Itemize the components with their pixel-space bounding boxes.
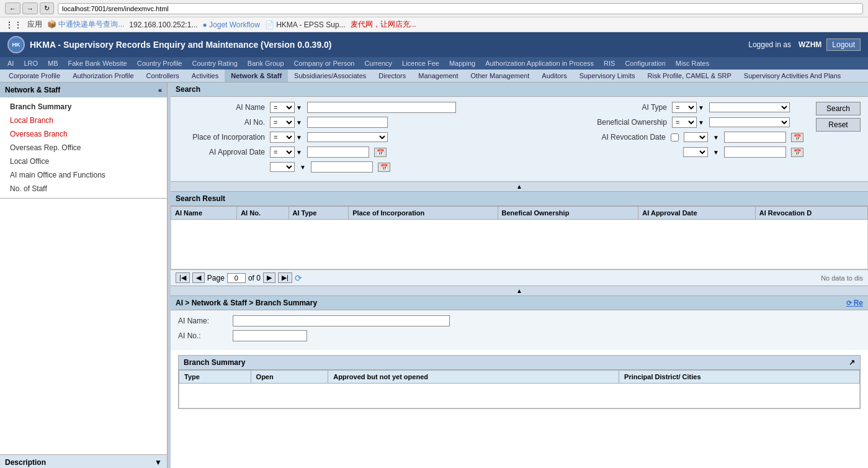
sidebar-collapse-btn[interactable]: « <box>158 86 162 94</box>
top-nav-misc-rates[interactable]: Misc Rates <box>671 57 714 70</box>
bookmark-5[interactable]: 麦代网，让网店充... <box>351 19 416 30</box>
sub-nav-other-management[interactable]: Other Management <box>465 70 536 82</box>
approval-date2-input[interactable] <box>311 161 373 173</box>
col-ai-name: AI Name <box>171 207 237 220</box>
top-nav-bank-group[interactable]: Bank Group <box>243 57 289 70</box>
sidebar-item-overseas-branch[interactable]: Overseas Branch <box>0 127 167 141</box>
bookmark-1[interactable]: 📦 中通快递单号查询... <box>47 19 124 30</box>
branch-summary-expand-icon[interactable]: ↗ <box>849 358 855 367</box>
ai-no-op-select[interactable]: =<> <box>270 117 295 128</box>
ai-no-op-dropdown[interactable]: ▼ <box>296 119 302 126</box>
revocation-op-select[interactable] <box>684 132 708 142</box>
logout-button[interactable]: Logout <box>826 38 861 51</box>
sub-nav-risk-profile[interactable]: Risk Profile, CAMEL & SRP <box>642 70 738 82</box>
revocation-date-cal-btn[interactable]: 📅 <box>791 133 803 142</box>
sub-nav-directors[interactable]: Directors <box>372 70 412 82</box>
sidebar-description-header: Description ▼ <box>0 454 167 468</box>
app-logo: HK <box>7 36 25 53</box>
top-nav-licence-fee[interactable]: Licence Fee <box>397 57 444 70</box>
top-nav-config[interactable]: Configuration <box>620 57 670 70</box>
top-nav-ai[interactable]: AI <box>2 57 19 70</box>
detail-ai-no-input[interactable] <box>233 330 307 341</box>
sidebar-item-local-branch[interactable]: Local Branch <box>0 114 167 127</box>
place-op-select[interactable]: =<> <box>270 132 295 143</box>
ai-name-op-dropdown[interactable]: ▼ <box>296 104 302 111</box>
url-bar[interactable] <box>58 3 863 14</box>
top-nav-fake-bank[interactable]: Fake Bank Website <box>63 57 132 70</box>
place-of-incorporation-label: Place of Incorporation <box>178 133 265 142</box>
back-btn[interactable]: ← <box>5 2 20 14</box>
sub-nav-management[interactable]: Management <box>412 70 464 82</box>
revocation-op2-select[interactable] <box>683 147 708 157</box>
sub-nav-subsidiaries[interactable]: Subsidiaries/Associates <box>288 70 372 82</box>
detail-ai-name-input[interactable] <box>233 315 450 326</box>
top-nav-company-person[interactable]: Company or Person <box>289 57 360 70</box>
top-nav-auth-app[interactable]: Authorization Application in Process <box>480 57 599 70</box>
top-nav-country-rating[interactable]: Country Rating <box>187 57 242 70</box>
place-value-select[interactable] <box>307 132 388 142</box>
page-first-btn[interactable]: |◀ <box>176 272 190 283</box>
ai-type-op-select[interactable]: =<> <box>672 102 697 113</box>
sidebar-item-branch-summary[interactable]: Branch Summary <box>0 100 167 114</box>
result-collapse-arrow[interactable]: ▲ <box>171 286 868 296</box>
result-refresh-icon[interactable]: ⟳ <box>295 273 302 283</box>
reset-button[interactable]: Reset <box>816 118 861 132</box>
search-collapse-arrow[interactable]: ▲ <box>171 182 868 192</box>
revocation-date-input[interactable] <box>724 132 786 143</box>
sub-nav-activities[interactable]: Activities <box>186 70 225 82</box>
approval-op2-select[interactable] <box>270 162 295 172</box>
sub-nav-supervisory-activities[interactable]: Supervisory Activities And Plans <box>738 70 848 82</box>
ai-no-input[interactable] <box>307 117 388 128</box>
approval-op-dropdown[interactable]: ▼ <box>296 149 302 156</box>
bookmark-3[interactable]: ● Joget Workflow <box>202 20 259 29</box>
forward-btn[interactable]: → <box>22 2 38 14</box>
bookmark-apps[interactable]: 应用 <box>27 19 42 30</box>
ai-approval-date-label: AI Approval Date <box>178 148 265 156</box>
ai-name-op-select[interactable]: =<>>< <box>270 102 295 113</box>
revocation-checkbox[interactable] <box>671 133 679 142</box>
sub-nav-controllers[interactable]: Controllers <box>140 70 186 82</box>
result-table-container: AI Name AI No. AI Type Place of Incorpor… <box>171 206 868 269</box>
place-op-dropdown[interactable]: ▼ <box>296 134 302 141</box>
page-next-btn[interactable]: ▶ <box>263 272 275 283</box>
ai-name-input[interactable] <box>307 102 456 113</box>
logged-in-label: Logged in as <box>748 40 791 49</box>
top-nav-mb[interactable]: MB <box>43 57 63 70</box>
approval-date-input[interactable] <box>307 146 369 158</box>
approval-op-select[interactable]: =<> <box>270 146 295 158</box>
refresh-btn[interactable]: ↻ <box>40 2 54 14</box>
bookmark-4[interactable]: 📄 HKMA - EPSS Sup... <box>265 20 346 29</box>
search-left-col: AI Name =<>>< ▼ AI No. =<> <box>178 102 580 176</box>
top-nav-lro[interactable]: LRO <box>19 57 43 70</box>
ai-type-value-select[interactable] <box>709 102 790 112</box>
top-nav-ris[interactable]: RIS <box>599 57 620 70</box>
page-input[interactable] <box>227 273 246 283</box>
sidebar-item-ai-main-office[interactable]: AI main Office and Functions <box>0 168 167 182</box>
sub-nav-auditors[interactable]: Auditors <box>535 70 573 82</box>
sidebar-item-overseas-rep[interactable]: Overseas Rep. Office <box>0 141 167 155</box>
sidebar-item-local-office[interactable]: Local Office <box>0 155 167 168</box>
top-nav-currency[interactable]: Currency <box>359 57 397 70</box>
revocation-date2-cal-btn[interactable]: 📅 <box>791 148 803 157</box>
ai-type-op-dropdown[interactable]: ▼ <box>698 104 704 111</box>
sub-nav-corporate-profile[interactable]: Corporate Profile <box>2 70 66 82</box>
beneficial-value-select[interactable] <box>709 117 790 127</box>
search-button[interactable]: Search <box>816 102 861 115</box>
approval-date-cal-btn[interactable]: 📅 <box>374 148 387 157</box>
top-nav-mapping[interactable]: Mapping <box>444 57 480 70</box>
sidebar-item-no-staff[interactable]: No. of Staff <box>0 182 167 196</box>
page-prev-btn[interactable]: ◀ <box>192 272 205 283</box>
beneficial-op-select[interactable]: =<> <box>672 117 697 128</box>
page-last-btn[interactable]: ▶| <box>278 272 292 283</box>
top-nav-country-profile[interactable]: Country Profile <box>132 57 187 70</box>
sub-nav-supervisory-limits[interactable]: Supervisory Limits <box>573 70 642 82</box>
revocation-date2-input[interactable] <box>724 146 786 158</box>
sub-nav-network-staff[interactable]: Network & Staff <box>225 70 288 82</box>
bookmark-2[interactable]: 192.168.100.252:1... <box>129 20 197 29</box>
approval-date2-cal-btn[interactable]: 📅 <box>378 163 390 172</box>
detail-refresh-link[interactable]: ⟳ Re <box>846 299 863 307</box>
main-layout: Network & Staff « Branch Summary Local B… <box>0 83 868 468</box>
sidebar-description-collapse[interactable]: ▼ <box>154 458 162 467</box>
sub-nav-auth-profile[interactable]: Authorization Profile <box>66 70 140 82</box>
beneficial-op-dropdown[interactable]: ▼ <box>698 119 704 126</box>
